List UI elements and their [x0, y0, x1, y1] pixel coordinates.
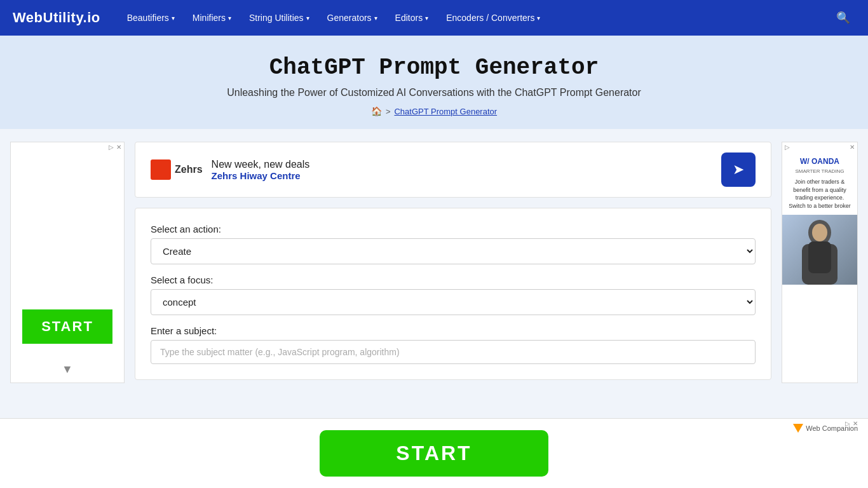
main-layout: ▷ ✕ START ▼ Zehrs New week, new deals Ze…	[0, 129, 868, 396]
ad-banner-left: Zehrs New week, new deals Zehrs Hiway Ce…	[151, 159, 309, 181]
site-logo[interactable]: WebUtility.io	[13, 10, 100, 26]
nav-string-utilities[interactable]: String Utilities ▾	[241, 8, 317, 28]
chevron-down-icon: ▾	[374, 15, 377, 22]
action-field: Select an action: Create Explain Summari…	[151, 224, 756, 264]
hero-section: ChatGPT Prompt Generator Unleashing the …	[0, 36, 868, 129]
chevron-down-icon: ▾	[537, 15, 540, 22]
oanda-tagline: SMARTER TRADING	[787, 168, 852, 174]
left-ad-panel: ▷ ✕ START ▼	[10, 142, 125, 383]
center-content: Zehrs New week, new deals Zehrs Hiway Ce…	[135, 142, 771, 383]
chevron-down-icon: ▾	[228, 15, 231, 22]
scroll-down-icon[interactable]: ▼	[62, 363, 73, 376]
ad-headline: New week, new deals	[212, 159, 310, 170]
navbar: WebUtility.io Beautifiers ▾ Minifiers ▾ …	[0, 0, 868, 36]
hero-subtitle: Unleashing the Power of Customized AI Co…	[13, 87, 855, 98]
zehrs-logo: Zehrs	[151, 159, 203, 180]
subject-input[interactable]	[151, 340, 756, 364]
subject-field: Enter a subject:	[151, 325, 756, 364]
breadcrumb-separator: >	[386, 107, 391, 116]
focus-select[interactable]: concept code story essay poem	[151, 289, 756, 315]
ad-banner: Zehrs New week, new deals Zehrs Hiway Ce…	[135, 142, 771, 198]
ad-subtext: Zehrs Hiway Centre	[212, 170, 310, 181]
nav-editors[interactable]: Editors ▾	[388, 8, 437, 28]
chevron-down-icon: ▾	[172, 15, 175, 22]
page-title: ChatGPT Prompt Generator	[13, 55, 855, 81]
home-icon[interactable]: 🏠	[371, 106, 382, 116]
ad-close-icon[interactable]: ✕	[116, 144, 121, 151]
subject-label: Enter a subject:	[151, 325, 756, 336]
tool-card: Select an action: Create Explain Summari…	[135, 208, 771, 380]
ad-play-icon[interactable]: ▷	[109, 144, 114, 151]
breadcrumb-current[interactable]: ChatGPT Prompt Generator	[394, 107, 497, 116]
action-select[interactable]: Create Explain Summarize Translate	[151, 238, 756, 264]
zehrs-brand-text: Zehrs	[175, 164, 203, 175]
oanda-logo: W/ OANDA	[787, 157, 852, 166]
action-label: Select an action:	[151, 224, 756, 234]
chevron-down-icon: ▾	[306, 15, 309, 22]
right-ad-panel: ▷ ✕ W/ OANDA SMARTER TRADING Join other …	[782, 142, 858, 383]
oanda-image	[782, 215, 857, 285]
focus-field: Select a focus: concept code story essay…	[151, 274, 756, 315]
breadcrumb: 🏠 > ChatGPT Prompt Generator	[13, 106, 855, 116]
ad-top-bar: ▷ ✕	[11, 142, 124, 152]
oanda-body: Join other traders & benefit from a qual…	[787, 178, 852, 210]
right-ad-close-icon[interactable]: ✕	[850, 144, 855, 151]
focus-label: Select a focus:	[151, 274, 756, 285]
person-illustration	[794, 215, 845, 285]
svg-point-2	[812, 224, 827, 241]
zehrs-square-icon	[151, 159, 171, 180]
right-ad-top-bar: ▷ ✕	[782, 142, 857, 152]
ad-banner-text: New week, new deals Zehrs Hiway Centre	[212, 159, 310, 181]
svg-rect-3	[808, 241, 831, 273]
nav-minifiers[interactable]: Minifiers ▾	[185, 8, 239, 28]
oanda-content: W/ OANDA SMARTER TRADING Join other trad…	[782, 152, 857, 215]
search-icon[interactable]: 🔍	[831, 6, 855, 30]
nav-encoders-converters[interactable]: Encoders / Converters ▾	[438, 8, 548, 28]
chevron-down-icon: ▾	[425, 15, 428, 22]
nav-beautifiers[interactable]: Beautifiers ▾	[119, 8, 182, 28]
nav-generators[interactable]: Generators ▾	[320, 8, 385, 28]
nav-items: Beautifiers ▾ Minifiers ▾ String Utiliti…	[119, 8, 831, 28]
left-ad-start-button[interactable]: START	[22, 309, 112, 344]
ad-direction-icon: ➤	[721, 152, 756, 187]
ad-label: ▷	[785, 144, 790, 151]
